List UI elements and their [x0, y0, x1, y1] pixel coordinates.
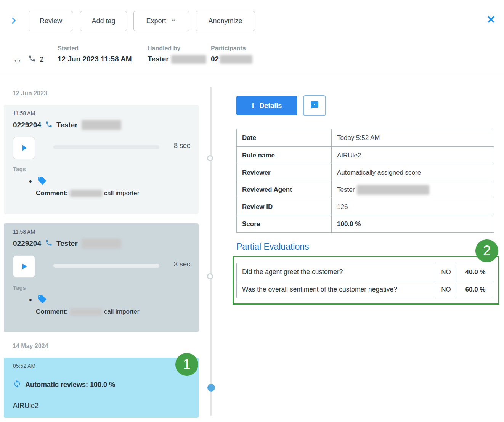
call-card[interactable]: 11:58 AM 0229204 Tester 8 sec Tags • Com…	[4, 105, 199, 214]
started-field: Started 12 Jun 2023 11:58 AM	[58, 45, 132, 63]
tags-label: Tags	[13, 284, 26, 291]
bullet: •	[29, 296, 32, 304]
row-label: Reviewed Agent	[237, 181, 332, 198]
call-duration: 8 sec	[174, 142, 190, 150]
auto-review-card[interactable]: 05:52 AM Automatic reviews: 100.0 % AIRU…	[4, 358, 199, 418]
audio-progress[interactable]	[53, 264, 159, 268]
call-duration: 3 sec	[174, 260, 190, 268]
table-row: Reviewer Automatically assigned score	[237, 164, 494, 181]
details-button-label: Details	[259, 102, 282, 110]
timeline-dot-active	[207, 384, 215, 392]
agent-name: Tester	[337, 186, 355, 194]
export-button[interactable]: Export	[133, 11, 189, 31]
table-row: Date Today 5:52 AM	[237, 129, 494, 146]
row-label: Score	[237, 215, 332, 233]
audio-progress[interactable]	[53, 145, 159, 149]
rule-name: AIRUle2	[13, 402, 39, 410]
redacted-text	[357, 185, 429, 195]
add-tag-button[interactable]: Add tag	[80, 11, 127, 31]
play-button[interactable]	[13, 137, 35, 159]
table-row: Rule name AIRUle2	[237, 146, 494, 164]
chevron-right-icon[interactable]	[8, 15, 19, 26]
chat-icon	[310, 101, 319, 111]
row-value: 126	[332, 203, 494, 211]
call-card-selected[interactable]: 11:58 AM 0229204 Tester 3 sec Tags • Com…	[4, 223, 199, 332]
evaluation-answer: NO	[435, 281, 457, 298]
table-row: Review ID 126	[237, 198, 494, 215]
agent-name: Tester	[56, 121, 78, 129]
evaluation-answer: NO	[435, 263, 457, 281]
handled-by-label: Handled by	[148, 45, 206, 52]
call-review-panel: Review Add tag Export Anonymize ✕ ↔ 2 St…	[0, 0, 504, 422]
annotation-badge-1: 1	[175, 353, 198, 376]
partial-evaluations-table: Did the agent greet the customer? NO 40.…	[236, 263, 494, 298]
redacted-text	[70, 190, 102, 197]
bullet: •	[29, 177, 32, 186]
evaluation-question: Did the agent greet the customer?	[237, 268, 435, 276]
row-label: Review ID	[237, 198, 332, 215]
review-details-table: Date Today 5:52 AM Rule name AIRUle2 Rev…	[236, 129, 494, 233]
auto-review-icon	[13, 380, 21, 390]
evaluation-score: 60.0 %	[457, 281, 494, 298]
review-button[interactable]: Review	[29, 11, 73, 31]
row-label: Rule name	[237, 147, 332, 164]
row-value: AIRUle2	[332, 152, 494, 159]
score-value: 100.0 %	[332, 220, 494, 228]
evaluation-score: 40.0 %	[457, 263, 494, 281]
timeline-date-heading: 14 May 2024	[13, 343, 48, 350]
annotation-badge-2: 2	[475, 239, 498, 262]
table-row: Reviewed Agent Tester	[237, 181, 494, 198]
chevron-down-icon	[170, 17, 177, 26]
started-value: 12 Jun 2023 11:58 AM	[58, 55, 132, 63]
table-row: Was the overall sentiment of the custome…	[237, 281, 494, 298]
timeline-dot	[207, 273, 213, 279]
evaluation-question: Was the overall sentiment of the custome…	[237, 286, 435, 294]
participants-value: 02	[211, 55, 252, 64]
comment-button[interactable]	[303, 95, 326, 116]
table-row: Did the agent greet the customer? NO 40.…	[237, 263, 494, 281]
tags-label: Tags	[13, 166, 26, 172]
comment-label: Comment:	[36, 308, 68, 315]
comment-label: Comment:	[36, 189, 68, 197]
row-label: Reviewer	[237, 164, 332, 181]
redacted-text	[171, 55, 206, 64]
started-label: Started	[58, 45, 132, 52]
timeline-dot	[207, 155, 213, 161]
row-value: Automatically assigned score	[332, 169, 494, 177]
review-time: 05:52 AM	[13, 363, 35, 369]
header-divider	[0, 75, 504, 75]
participant-number: 02	[211, 55, 219, 63]
redacted-text	[70, 308, 102, 316]
tag-icon	[37, 294, 47, 305]
row-value: Today 5:52 AM	[332, 134, 494, 142]
close-icon[interactable]: ✕	[486, 14, 495, 25]
timeline-date-heading: 12 Jun 2023	[13, 90, 47, 97]
partial-evaluations-title: Partial Evaluations	[236, 242, 309, 252]
export-label: Export	[146, 17, 166, 25]
handled-by-field: Handled by Tester	[148, 45, 206, 64]
agent-name: Tester	[148, 55, 169, 63]
redacted-text	[82, 239, 121, 249]
participants-label: Participants	[211, 45, 252, 52]
comment-text: call importer	[104, 308, 140, 315]
agent-name: Tester	[56, 239, 78, 248]
call-number: 0229204	[13, 239, 41, 248]
call-time: 11:58 AM	[13, 110, 35, 116]
call-number: 0229204	[13, 121, 41, 129]
swap-arrows-icon: ↔	[13, 53, 22, 65]
phone-icon	[45, 120, 53, 130]
play-button[interactable]	[13, 255, 35, 278]
table-row: Score 100.0 %	[237, 215, 494, 232]
row-value: Tester	[332, 185, 494, 195]
tag-comment: Comment: call importer	[36, 189, 139, 197]
row-label: Date	[237, 129, 332, 146]
anonymize-button[interactable]: Anonymize	[196, 11, 255, 31]
comment-text: call importer	[104, 189, 140, 197]
call-time: 11:58 AM	[13, 229, 35, 235]
timeline-line	[210, 87, 212, 416]
details-button[interactable]: i Details	[236, 96, 297, 115]
call-count: 2	[40, 55, 44, 64]
participants-field: Participants 02	[211, 45, 252, 64]
redacted-text	[220, 55, 252, 64]
handled-by-value: Tester	[148, 55, 206, 64]
